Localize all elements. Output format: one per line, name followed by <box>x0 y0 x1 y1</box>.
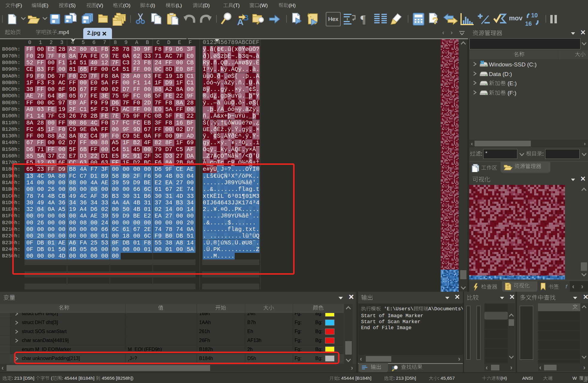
svg-text:10: 10 <box>531 12 538 19</box>
svg-text:¶: ¶ <box>360 13 366 25</box>
svg-text:16: 16 <box>525 20 532 26</box>
svg-text:?: ? <box>432 15 438 26</box>
